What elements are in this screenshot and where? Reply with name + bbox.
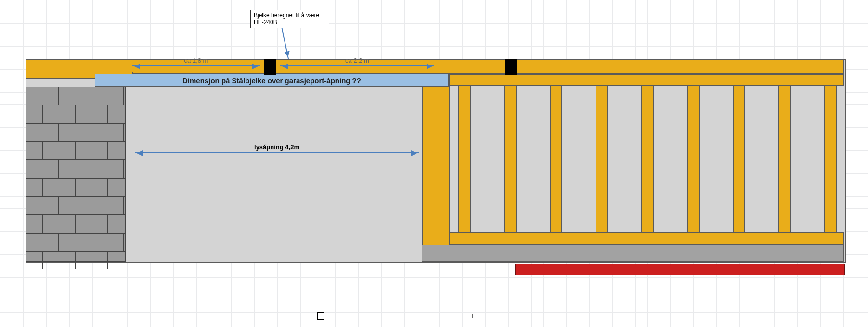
stud: [824, 85, 837, 233]
brick-wall: [26, 87, 126, 262]
stud: [733, 85, 745, 233]
concrete-floor: [422, 245, 844, 262]
point-load-marker-left: [264, 59, 276, 75]
stud-wall-bottom-plate: [449, 232, 844, 245]
point-load-marker-right: [505, 59, 517, 75]
callout-he240b: Bjelke beregnet til å være HE-240B: [250, 10, 329, 28]
stud: [504, 85, 517, 233]
garage-opening: [126, 87, 422, 262]
red-foundation: [515, 264, 845, 275]
stud: [687, 85, 700, 233]
stud: [778, 85, 791, 233]
dim-opening: lysåpning 4,2m: [135, 144, 419, 153]
stud: [641, 85, 654, 233]
dim-opening-label: lysåpning 4,2m: [135, 144, 419, 151]
dim-right-span: ca 2,2 m: [280, 65, 434, 66]
wood-post: [422, 74, 450, 262]
callout-arrow: [281, 27, 289, 59]
stud: [596, 85, 608, 233]
stud-wall: [449, 74, 844, 245]
dim-left-label: ca 1,8 m: [132, 57, 260, 64]
dim-left-span: ca 1,8 m: [132, 65, 260, 66]
stud: [458, 85, 471, 233]
stray-handle-icon: [317, 312, 324, 320]
stud: [550, 85, 562, 233]
dim-right-label: ca 2,2 m: [280, 57, 434, 64]
callout-text: Bjelke beregnet til å være HE-240B: [254, 12, 319, 26]
steel-beam-label: Dimensjon på Stålbjelke over garasjeport…: [182, 77, 361, 85]
stud-wall-top-plate: [449, 74, 844, 86]
steel-beam: Dimensjon på Stålbjelke over garasjeport…: [95, 74, 449, 87]
stray-mark: [472, 314, 473, 318]
